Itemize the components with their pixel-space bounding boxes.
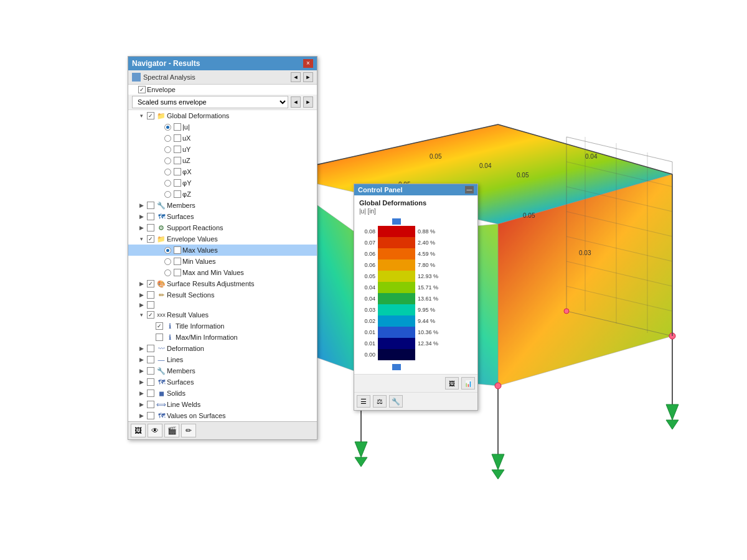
min-values-checkbox[interactable] — [174, 258, 181, 265]
tree-item-surfaces[interactable]: ▶ 🗺 Surfaces — [128, 211, 317, 222]
uy-radio[interactable] — [164, 146, 171, 153]
next-envelope-btn[interactable]: ► — [303, 96, 313, 108]
tree-item-line-welds[interactable]: ▶ ⟺ Line Welds — [128, 399, 317, 410]
cp-bottom-btn-1[interactable]: ☰ — [357, 395, 370, 408]
max-min-values-radio[interactable] — [164, 269, 171, 276]
tree-item-ux[interactable]: ▶ uX — [128, 133, 317, 144]
envelope-checkbox[interactable] — [138, 86, 146, 93]
phix-radio[interactable] — [164, 169, 171, 175]
phix-checkbox[interactable] — [174, 168, 181, 175]
tree-item-phiz[interactable]: ▶ φZ — [128, 189, 317, 200]
surfaces-expander[interactable]: ▶ — [137, 212, 146, 221]
tree-item-members[interactable]: ▶ 🔧 Members — [128, 200, 317, 211]
prev-envelope-btn[interactable]: ◄ — [291, 96, 301, 108]
cp-toolbar-btn-2[interactable]: 📊 — [461, 377, 475, 390]
lines-expander[interactable]: ▶ — [137, 355, 146, 364]
envelope-values-expander[interactable]: ▾ — [137, 235, 146, 243]
envelope-values-checkbox[interactable] — [147, 235, 154, 243]
max-min-values-checkbox[interactable] — [174, 269, 181, 276]
phiy-checkbox[interactable] — [174, 179, 181, 187]
cp-minimize-btn[interactable]: — — [465, 186, 474, 194]
solids-expander[interactable]: ▶ — [137, 389, 146, 398]
close-button[interactable]: × — [303, 59, 313, 68]
ux-checkbox[interactable] — [174, 134, 181, 142]
values-surfaces-expander[interactable]: ▶ — [137, 411, 146, 420]
result-values-expander[interactable]: ▾ — [137, 310, 146, 319]
surface-adj-checkbox[interactable] — [147, 280, 154, 287]
deformation-checkbox[interactable] — [147, 345, 154, 352]
surface-adj-expander[interactable]: ▶ — [137, 279, 146, 288]
tree-item-values-surfaces[interactable]: ▶ 🗺 Values on Surfaces — [128, 410, 317, 421]
cp-toolbar-btn-1[interactable]: 🖼 — [445, 377, 459, 390]
tree-item-uy[interactable]: ▶ uY — [128, 144, 317, 155]
surfaces2-expander[interactable]: ▶ — [137, 378, 146, 386]
cp-bottom-btn-3[interactable]: 🔧 — [389, 395, 403, 408]
tree-item-phix[interactable]: ▶ φX — [128, 166, 317, 177]
tree-item-phiy[interactable]: ▶ φY — [128, 177, 317, 189]
tree-item-max-min-values[interactable]: ▶ Max and Min Values — [128, 267, 317, 278]
result-sections-expander[interactable]: ▶ — [137, 291, 146, 299]
global-def-expander[interactable]: ▾ — [137, 111, 146, 120]
deformation-expander[interactable]: ▶ — [137, 344, 146, 353]
surfaces2-checkbox[interactable] — [147, 378, 154, 386]
tree-item-deformation[interactable]: ▶ 〰 Deformation — [128, 343, 317, 354]
uz-checkbox[interactable] — [174, 157, 181, 164]
result-sections-checkbox[interactable] — [147, 291, 154, 299]
line-welds-checkbox[interactable] — [147, 401, 154, 408]
support-reactions-expander[interactable]: ▶ — [137, 223, 146, 232]
tree-item-surfaces2[interactable]: ▶ 🗺 Surfaces — [128, 376, 317, 388]
tree-item-result-values[interactable]: ▾ xxx Result Values — [128, 309, 317, 320]
members2-expander[interactable]: ▶ — [137, 366, 146, 375]
u-abs-checkbox[interactable] — [174, 123, 181, 131]
tree-item-lines[interactable]: ▶ — Lines — [128, 354, 317, 365]
lines-checkbox[interactable] — [147, 356, 154, 363]
min-values-radio[interactable] — [164, 258, 171, 265]
uz-radio[interactable] — [164, 157, 171, 164]
members-expander[interactable]: ▶ — [137, 201, 146, 210]
surfaces-checkbox[interactable] — [147, 213, 154, 220]
uy-checkbox[interactable] — [174, 146, 181, 153]
tree-item-uz[interactable]: ▶ uZ — [128, 155, 317, 166]
tree-item-envelope-values[interactable]: ▾ 📁 Envelope Values — [128, 233, 317, 245]
support-reactions-checkbox[interactable] — [147, 224, 154, 231]
u-abs-radio[interactable] — [164, 124, 171, 131]
cp-bottom-btn-2[interactable]: ⚖ — [373, 395, 387, 408]
tree-item-title-info[interactable]: ▶ ℹ Title Information — [128, 320, 317, 332]
next-analysis-btn[interactable]: ► — [303, 72, 313, 82]
phiz-radio[interactable] — [164, 191, 171, 198]
tree-item-global-def[interactable]: ▾ 📁 Global Deformations — [128, 110, 317, 121]
global-def-checkbox[interactable] — [147, 112, 154, 119]
phiy-radio[interactable] — [164, 180, 171, 187]
line-welds-expander[interactable]: ▶ — [137, 400, 146, 409]
members2-checkbox[interactable] — [147, 367, 154, 375]
values-surfaces-checkbox[interactable] — [147, 412, 154, 419]
phiz-checkbox[interactable] — [174, 190, 181, 198]
tree-item-maxmin-info[interactable]: ▶ ℹ Max/Min Information — [128, 332, 317, 343]
prev-analysis-btn[interactable]: ◄ — [291, 72, 301, 82]
solids-checkbox[interactable] — [147, 390, 154, 397]
tree-item-result-sections[interactable]: ▶ ✏ Result Sections — [128, 289, 317, 301]
tree-item-support-reactions[interactable]: ▶ ⚙ Support Reactions — [128, 222, 317, 233]
result-values-checkbox[interactable] — [147, 311, 154, 319]
title-info-checkbox[interactable] — [156, 322, 163, 330]
partial-checkbox[interactable] — [147, 301, 154, 309]
nav-toolbar-btn-2[interactable]: 👁 — [148, 424, 162, 437]
tree-item-surface-adj[interactable]: ▶ 🎨 Surface Results Adjustments — [128, 278, 317, 289]
maxmin-info-checkbox[interactable] — [156, 334, 163, 341]
nav-toolbar-btn-4[interactable]: ✏ — [181, 424, 196, 437]
tree-item-solids[interactable]: ▶ ◼ Solids — [128, 388, 317, 399]
members-checkbox[interactable] — [147, 202, 154, 209]
envelope-item[interactable]: Envelope — [128, 85, 317, 95]
ux-radio[interactable] — [164, 135, 171, 142]
partial-expander: ▶ — [137, 301, 146, 309]
tree-item-u-abs[interactable]: ▶ |u| — [128, 121, 317, 133]
tree-item-partial[interactable]: ▶ — [128, 301, 317, 309]
max-values-checkbox[interactable] — [174, 246, 181, 254]
max-values-radio[interactable] — [164, 247, 171, 254]
tree-item-members2[interactable]: ▶ 🔧 Members — [128, 365, 317, 376]
tree-item-max-values[interactable]: ▶ Max Values — [128, 245, 317, 256]
nav-toolbar-btn-1[interactable]: 🖼 — [131, 424, 146, 437]
nav-toolbar-btn-3[interactable]: 🎬 — [164, 424, 179, 437]
envelope-dropdown[interactable]: Scaled sums envelope — [132, 96, 288, 108]
tree-item-min-values[interactable]: ▶ Min Values — [128, 256, 317, 267]
